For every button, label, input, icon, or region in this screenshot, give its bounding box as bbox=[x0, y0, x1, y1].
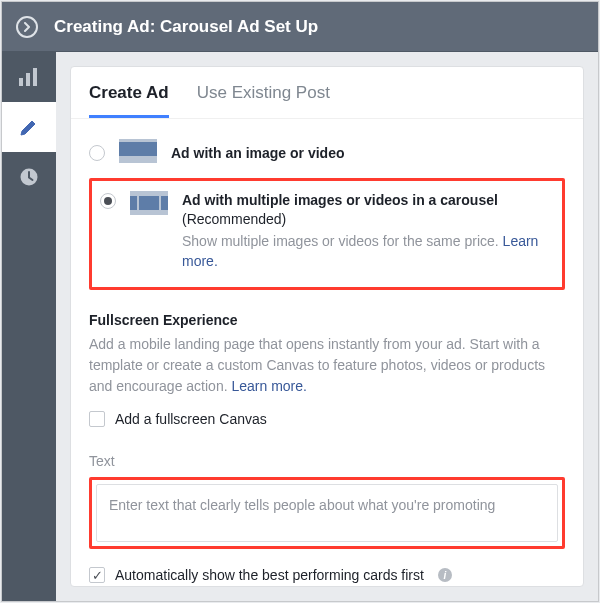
svg-rect-5 bbox=[119, 142, 157, 156]
ad-text-input[interactable]: Enter text that clearly tells people abo… bbox=[96, 484, 558, 542]
fullscreen-canvas-checkbox-row[interactable]: Add a fullscreen Canvas bbox=[89, 411, 565, 427]
create-ad-panel: Create Ad Use Existing Post Ad with an i… bbox=[70, 66, 584, 587]
info-icon[interactable]: i bbox=[438, 568, 452, 582]
page-title: Creating Ad: Carousel Ad Set Up bbox=[54, 17, 318, 37]
format-option-carousel-highlight: Ad with multiple images or videos in a c… bbox=[89, 178, 565, 290]
svg-rect-7 bbox=[130, 196, 137, 210]
sidebar-nav-edit[interactable] bbox=[2, 102, 56, 152]
ad-text-highlight: Enter text that clearly tells people abo… bbox=[89, 477, 565, 549]
title-bar: Creating Ad: Carousel Ad Set Up bbox=[2, 2, 598, 52]
tab-create-ad[interactable]: Create Ad bbox=[89, 83, 169, 118]
checkbox-canvas-label: Add a fullscreen Canvas bbox=[115, 411, 267, 427]
checkbox-auto-order[interactable]: ✓ bbox=[89, 567, 105, 583]
checkbox-auto-order-label: Automatically show the best performing c… bbox=[115, 567, 424, 583]
left-sidebar bbox=[2, 52, 56, 601]
format-option-carousel-recommended: (Recommended) bbox=[182, 210, 554, 229]
checkbox-canvas[interactable] bbox=[89, 411, 105, 427]
tab-bar: Create Ad Use Existing Post bbox=[71, 67, 583, 119]
format-option-single-label: Ad with an image or video bbox=[171, 145, 344, 161]
chevron-right-circle-icon[interactable] bbox=[16, 16, 38, 38]
panel-content: Ad with an image or video bbox=[71, 119, 583, 587]
format-option-carousel[interactable]: Ad with multiple images or videos in a c… bbox=[100, 191, 554, 271]
app-frame: Creating Ad: Carousel Ad Set Up bbox=[1, 1, 599, 602]
pencil-icon bbox=[19, 117, 39, 137]
svg-rect-0 bbox=[19, 78, 23, 86]
radio-carousel[interactable] bbox=[100, 193, 116, 209]
svg-rect-2 bbox=[33, 68, 37, 86]
main-area: Create Ad Use Existing Post Ad with an i… bbox=[56, 52, 598, 601]
auto-order-checkbox-row[interactable]: ✓ Automatically show the best performing… bbox=[89, 567, 565, 583]
radio-single[interactable] bbox=[89, 145, 105, 161]
fullscreen-heading: Fullscreen Experience bbox=[89, 312, 565, 328]
format-option-carousel-label: Ad with multiple images or videos in a c… bbox=[182, 192, 498, 208]
svg-rect-8 bbox=[139, 196, 159, 210]
svg-rect-9 bbox=[161, 196, 168, 210]
carousel-format-icon bbox=[130, 191, 168, 218]
clock-icon bbox=[19, 167, 39, 187]
fullscreen-learn-more-link[interactable]: Learn more. bbox=[231, 378, 306, 394]
svg-rect-1 bbox=[26, 73, 30, 86]
sidebar-nav-performance[interactable] bbox=[2, 52, 56, 102]
text-section-label: Text bbox=[89, 453, 565, 469]
format-option-carousel-desc: Show multiple images or videos for the s… bbox=[182, 233, 503, 249]
sidebar-nav-history[interactable] bbox=[2, 152, 56, 202]
bar-chart-icon bbox=[18, 67, 40, 87]
fullscreen-description: Add a mobile landing page that opens ins… bbox=[89, 336, 545, 394]
format-option-single[interactable]: Ad with an image or video bbox=[89, 137, 565, 168]
single-image-format-icon bbox=[119, 139, 157, 166]
tab-use-existing-post[interactable]: Use Existing Post bbox=[197, 83, 330, 118]
